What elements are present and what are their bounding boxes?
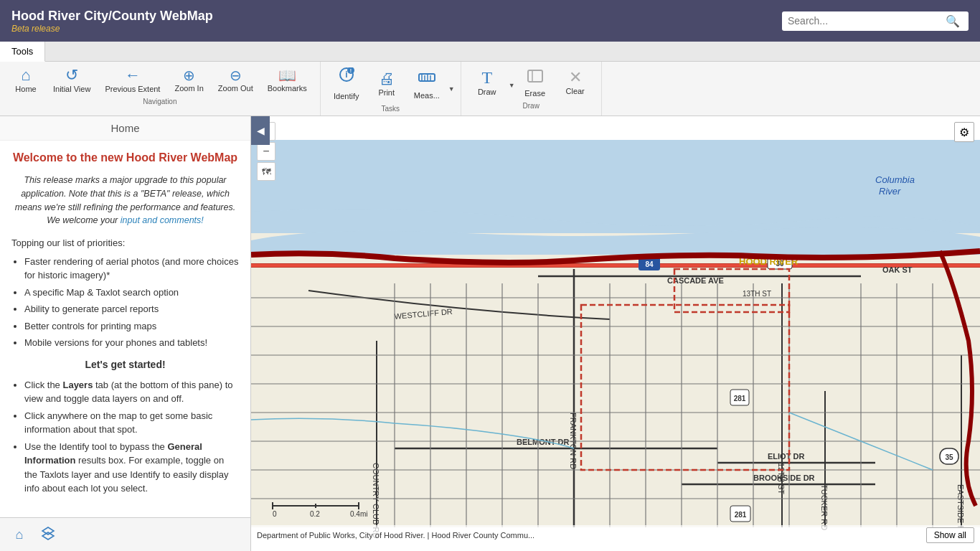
identify-icon: i !: [337, 67, 356, 90]
erase-label: Erase: [524, 89, 545, 98]
toolbar-group-tasks: i ! Identify 🖨 Print: [321, 62, 461, 116]
draw-button[interactable]: T Draw: [467, 66, 507, 99]
svg-marker-12: [42, 532, 54, 540]
svg-text:River: River: [879, 186, 901, 197]
svg-text:281: 281: [735, 511, 747, 519]
map-settings-button[interactable]: ⚙: [954, 122, 974, 142]
list-item: A specific Map & Taxlot search option: [24, 286, 239, 300]
tab-tools[interactable]: Tools: [0, 42, 45, 62]
app-title: Hood River City/County WebMap: [11, 9, 213, 24]
list-item: Mobile versions for your phones and tabl…: [24, 336, 239, 350]
map-home-button[interactable]: 🗺: [257, 162, 275, 181]
map-canvas[interactable]: 84 30 HOOD RIVER CASCADE AVE OAK ST WEST…: [251, 116, 980, 551]
previous-extent-icon: ←: [125, 67, 141, 83]
collapse-icon: ◀: [257, 125, 265, 136]
initial-view-button[interactable]: ↺ Initial View: [46, 65, 98, 96]
home-icon: ⌂: [21, 67, 30, 83]
layers-footer-button[interactable]: [36, 522, 60, 547]
input-comments-link[interactable]: input and comments!: [121, 215, 204, 225]
initial-view-icon: ↺: [65, 67, 78, 83]
getting-started-title: Let's get started!: [11, 357, 239, 372]
zoom-out-label: Zoom Out: [218, 84, 253, 93]
map-attribution: Department of Public Works, City of Hood…: [251, 525, 980, 545]
zoom-in-label: Zoom In: [174, 84, 203, 93]
tasks-tools: i ! Identify 🖨 Print: [326, 65, 455, 103]
toolbar-group-draw: T Draw ▼ Erase ✕ Clear: [461, 62, 602, 116]
print-button[interactable]: 🖨 Print: [367, 68, 407, 100]
print-icon: 🖨: [379, 71, 395, 87]
zoom-out-icon: ⊖: [230, 68, 242, 83]
svg-rect-9: [528, 70, 542, 82]
draw-group-label: Draw: [523, 102, 540, 110]
clear-label: Clear: [566, 87, 585, 95]
measure-svg-icon: [418, 68, 436, 87]
sidebar-content: Welcome to the new Hood River WebMap Thi…: [0, 141, 250, 517]
svg-text:0: 0: [273, 510, 277, 518]
list-item: Ability to generate parcel reports: [24, 302, 239, 316]
list-item: Click the Layers tab (at the bottom of t…: [24, 378, 239, 406]
svg-text:0.2: 0.2: [310, 510, 320, 518]
identify-svg-icon: i !: [337, 67, 356, 88]
settings-icon: ⚙: [959, 126, 969, 139]
list-item: Better controls for printing maps: [24, 319, 239, 334]
measure-dropdown-arrow[interactable]: ▼: [447, 65, 455, 103]
zoom-in-icon: ⊕: [183, 68, 195, 83]
tasks-group-label: Tasks: [381, 105, 400, 113]
svg-marker-11: [42, 527, 54, 534]
measure-icon: [418, 68, 436, 90]
svg-text:84: 84: [645, 260, 654, 268]
zoom-out-button[interactable]: ⊖ Zoom Out: [211, 65, 260, 95]
home-label: Home: [15, 85, 36, 93]
search-input[interactable]: [788, 15, 946, 27]
svg-text:13TH ST: 13TH ST: [743, 290, 771, 298]
collapse-sidebar-button[interactable]: ◀: [251, 116, 270, 145]
identify-label: Identify: [334, 92, 359, 100]
search-box[interactable]: 🔍: [782, 11, 969, 31]
previous-extent-button[interactable]: ← Previous Extent: [98, 65, 167, 96]
clear-button[interactable]: ✕ Clear: [555, 67, 595, 98]
layers-bold: Layers: [62, 380, 93, 390]
bookmarks-label: Bookmarks: [268, 84, 307, 93]
home-button[interactable]: ⌂ Home: [6, 65, 46, 96]
header-title: Hood River City/County WebMap Beta relea…: [11, 9, 213, 34]
erase-button[interactable]: Erase: [515, 65, 555, 100]
beta-label: Beta release: [11, 24, 213, 34]
home-footer-button[interactable]: ⌂: [7, 522, 32, 547]
priorities-title: Topping our list of priorities:: [11, 236, 239, 250]
list-item: Click anywhere on the map to get some ba…: [24, 409, 239, 437]
svg-text:!: !: [350, 68, 352, 73]
layers-footer-icon: [41, 526, 55, 544]
svg-text:CASCADE AVE: CASCADE AVE: [667, 276, 724, 285]
sidebar-header: Home: [0, 116, 250, 141]
identify-button[interactable]: i ! Identify: [326, 65, 367, 103]
navigation-group-label: Navigation: [143, 98, 176, 105]
sidebar-footer: ⌂: [0, 517, 250, 551]
svg-text:0.4mi: 0.4mi: [350, 510, 367, 518]
general-info-bold: General Information: [24, 441, 202, 466]
steps-list: Click the Layers tab (at the bottom of t…: [24, 378, 239, 496]
show-all-button[interactable]: Show all: [926, 527, 974, 543]
main-content: Home Welcome to the new Hood River WebMa…: [0, 116, 980, 551]
print-label: Print: [378, 88, 395, 97]
draw-button-group: T Draw ▼: [467, 66, 515, 99]
svg-text:Columbia: Columbia: [875, 174, 915, 185]
svg-text:OAK ST: OAK ST: [882, 265, 913, 274]
draw-tools: T Draw ▼ Erase ✕ Clear: [467, 65, 595, 100]
erase-icon: [527, 67, 544, 88]
navigation-tools: ⌂ Home ↺ Initial View ← Previous Extent …: [6, 65, 314, 96]
svg-text:ELIOT DR: ELIOT DR: [768, 452, 804, 461]
app-header: Hood River City/County WebMap Beta relea…: [0, 0, 980, 42]
svg-text:35: 35: [945, 453, 953, 461]
toolbar-group-navigation: ⌂ Home ↺ Initial View ← Previous Extent …: [0, 62, 321, 116]
attribution-text: Department of Public Works, City of Hood…: [257, 531, 534, 540]
measure-label: Meas...: [414, 91, 440, 100]
draw-dropdown-arrow[interactable]: ▼: [507, 66, 515, 99]
toolbar-buttons: ⌂ Home ↺ Initial View ← Previous Extent …: [0, 62, 980, 116]
sidebar: Home Welcome to the new Hood River WebMa…: [0, 116, 251, 551]
zoom-in-button[interactable]: ⊕ Zoom In: [167, 65, 210, 95]
priorities-list: Faster rendering of aerial photos (and m…: [24, 255, 239, 350]
measure-button-group: Meas... ▼: [407, 65, 455, 103]
bookmarks-button[interactable]: 📖 Bookmarks: [260, 65, 314, 95]
measure-button[interactable]: Meas...: [407, 65, 447, 103]
map-area[interactable]: ◀ 84 30 HOOD RIVER CASCA: [251, 116, 980, 551]
